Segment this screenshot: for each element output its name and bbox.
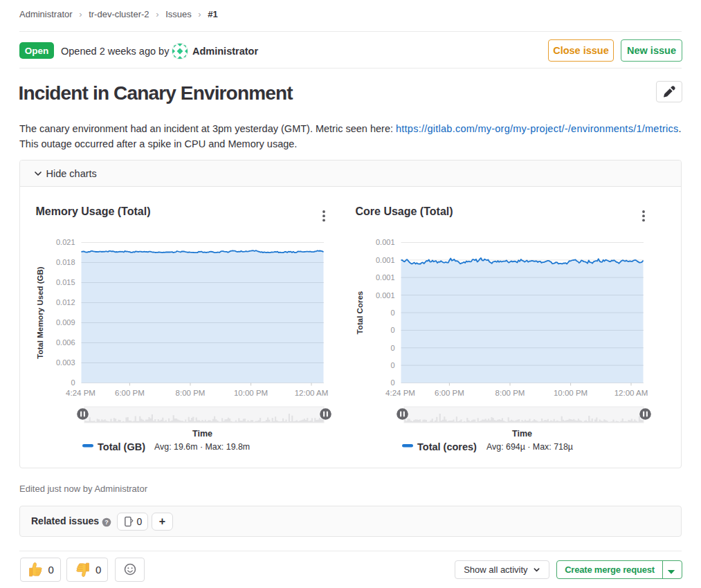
svg-text:6:00 PM: 6:00 PM: [435, 389, 464, 397]
svg-text:?: ?: [104, 519, 109, 526]
svg-text:10:00 PM: 10:00 PM: [554, 389, 588, 397]
svg-text:Avg: 19.6m · Max: 19.8m: Avg: 19.6m · Max: 19.8m: [154, 442, 250, 452]
svg-text:0: 0: [390, 344, 394, 352]
svg-text:0.001: 0.001: [376, 273, 395, 282]
svg-text:0.001: 0.001: [376, 291, 395, 300]
svg-text:0.018: 0.018: [56, 258, 75, 266]
svg-text:Time: Time: [512, 429, 532, 439]
svg-text:0: 0: [390, 326, 394, 334]
svg-text:0.021: 0.021: [56, 238, 75, 246]
svg-text:0.006: 0.006: [56, 338, 75, 347]
svg-text:Total Memory Used (GB): Total Memory Used (GB): [36, 266, 44, 358]
svg-text:0.001: 0.001: [376, 256, 395, 264]
svg-text:Total (cores): Total (cores): [417, 441, 477, 452]
svg-text:Total (GB): Total (GB): [98, 441, 145, 452]
svg-text:8:00 PM: 8:00 PM: [495, 389, 525, 397]
svg-text:Avg: 694µ · Max: 718µ: Avg: 694µ · Max: 718µ: [486, 442, 573, 452]
svg-text:Core Usage (Total): Core Usage (Total): [356, 205, 453, 217]
svg-text:8:00 PM: 8:00 PM: [176, 389, 206, 397]
svg-text:Total Cores: Total Cores: [356, 291, 364, 334]
svg-text:0.015: 0.015: [56, 278, 75, 286]
svg-text:0.012: 0.012: [56, 298, 75, 306]
svg-text:0.001: 0.001: [376, 238, 395, 246]
svg-text:0: 0: [390, 378, 394, 387]
svg-text:0: 0: [71, 378, 75, 387]
svg-text:0: 0: [390, 309, 394, 317]
svg-text:Time: Time: [192, 429, 212, 439]
svg-text:Memory Usage (Total): Memory Usage (Total): [36, 205, 151, 217]
svg-text:0.003: 0.003: [56, 358, 75, 367]
svg-text:10:00 PM: 10:00 PM: [234, 389, 268, 397]
svg-text:4:24 PM: 4:24 PM: [385, 389, 415, 397]
svg-text:0.009: 0.009: [56, 318, 75, 327]
svg-text:0: 0: [390, 361, 394, 369]
svg-text:12:00 AM: 12:00 AM: [295, 389, 329, 397]
svg-text:4:24 PM: 4:24 PM: [66, 389, 95, 397]
svg-text:6:00 PM: 6:00 PM: [115, 389, 145, 397]
svg-text:12:00 AM: 12:00 AM: [614, 389, 648, 397]
